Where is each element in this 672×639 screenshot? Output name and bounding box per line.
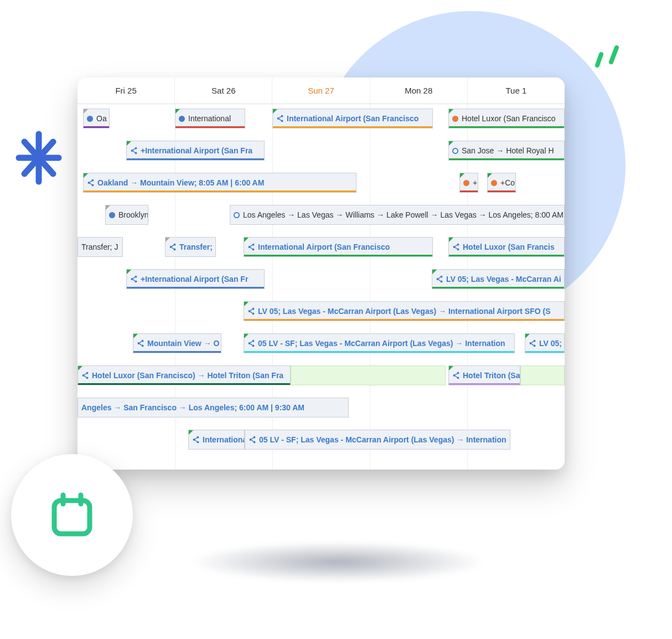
event-oakland-mountain-view[interactable]: Oakland → Mountain View; 8:05 AM | 6:00 … bbox=[83, 173, 356, 193]
event-la-las-vegas[interactable]: Los Angeles → Las Vegas → Williams → Lak… bbox=[230, 205, 565, 225]
corner-icon bbox=[448, 237, 454, 243]
event-hotel-luxor-2[interactable]: Hotel Luxor (San Francis bbox=[448, 237, 565, 257]
event-label: Hotel Luxor (San Francisco) → Hotel Trit… bbox=[92, 371, 283, 380]
header-tue[interactable]: Tue 1 bbox=[468, 78, 565, 104]
event-international[interactable]: International bbox=[175, 109, 245, 128]
svg-point-81 bbox=[254, 441, 256, 443]
event-angeles-sf-la[interactable]: Angeles → San Francisco → Los Angeles; 6… bbox=[77, 398, 349, 418]
share-icon bbox=[247, 307, 255, 315]
event-transfer-j[interactable]: Transfer; J bbox=[77, 237, 123, 257]
shadow-decoration bbox=[127, 526, 548, 598]
event-hotel-luxor-triton[interactable]: Hotel Luxor (San Francisco) → Hotel Trit… bbox=[77, 365, 291, 385]
event-label: +International Airport (San Fr bbox=[141, 275, 248, 284]
event-intl-airport-sf[interactable]: International Airport (San Francisco bbox=[272, 109, 433, 128]
svg-line-27 bbox=[250, 245, 252, 247]
event-label: Hotel Luxor (San Francisco bbox=[462, 114, 556, 123]
event-label: International Airport (San Francisco bbox=[258, 243, 390, 251]
star-decoration bbox=[11, 127, 66, 190]
corner-icon bbox=[175, 109, 180, 114]
svg-point-30 bbox=[453, 246, 456, 248]
event-label: LV 05; Las Vegas - McCarran Ai bbox=[446, 275, 561, 284]
event-label: Brooklyn bbox=[118, 210, 148, 219]
corner-icon bbox=[448, 365, 454, 371]
calendar-icon bbox=[44, 487, 100, 543]
svg-point-56 bbox=[252, 344, 255, 347]
event-san-jose[interactable]: San Jose → Hotel Royal H bbox=[448, 141, 565, 161]
svg-line-17 bbox=[90, 181, 92, 183]
svg-point-41 bbox=[441, 280, 443, 282]
event-transfer[interactable]: Transfer; bbox=[165, 237, 216, 257]
event-green-block-2[interactable] bbox=[520, 365, 565, 385]
corner-icon bbox=[448, 141, 454, 146]
svg-rect-84 bbox=[54, 501, 90, 534]
svg-point-5 bbox=[277, 117, 280, 120]
event-label: LV 05; bbox=[539, 339, 562, 348]
svg-point-49 bbox=[142, 340, 144, 342]
event-mountain-view[interactable]: Mountain View → O bbox=[133, 333, 221, 353]
event-hotel-luxor[interactable]: Hotel Luxor (San Francisco bbox=[448, 109, 565, 128]
header-sun[interactable]: Sun 27 bbox=[272, 78, 370, 104]
svg-point-9 bbox=[135, 147, 137, 150]
event-lv05-1[interactable]: LV 05; Las Vegas - McCarran Ai bbox=[432, 269, 565, 289]
dot-icon bbox=[87, 116, 93, 122]
event-label: Los Angeles → Las Vegas → Williams → Lak… bbox=[243, 210, 565, 219]
event-intl-airport-plus-2[interactable]: +International Airport (San Fr bbox=[126, 269, 265, 289]
svg-point-74 bbox=[197, 436, 199, 439]
header-label: Sun 27 bbox=[308, 86, 334, 95]
svg-point-19 bbox=[174, 244, 176, 246]
corner-icon bbox=[126, 269, 132, 275]
svg-point-29 bbox=[457, 244, 459, 246]
svg-point-61 bbox=[534, 344, 536, 347]
share-icon bbox=[247, 339, 255, 347]
share-icon bbox=[247, 243, 255, 251]
event-lv05-2[interactable]: LV 05; Las Vegas - McCarran Airport (Las… bbox=[244, 301, 565, 321]
corner-icon bbox=[77, 365, 83, 371]
svg-line-77 bbox=[195, 438, 197, 440]
svg-line-23 bbox=[172, 248, 174, 249]
svg-point-55 bbox=[249, 342, 251, 344]
svg-line-32 bbox=[455, 245, 457, 247]
svg-point-76 bbox=[197, 441, 199, 443]
corner-icon bbox=[165, 237, 170, 243]
event-05lv-sf-2[interactable]: 05 LV - SF; Las Vegas - McCarran Airport… bbox=[245, 430, 510, 450]
event-label: Angeles → San Francisco → Los Angeles; 6… bbox=[81, 403, 304, 412]
corner-icon bbox=[525, 333, 530, 339]
dot-icon bbox=[109, 212, 115, 218]
event-oakland-short[interactable]: Oa bbox=[83, 109, 110, 128]
event-international-2[interactable]: International bbox=[188, 430, 245, 450]
event-brooklyn[interactable]: Brooklyn bbox=[105, 205, 148, 225]
event-intl-airport-sf-2[interactable]: International Airport (San Francisco bbox=[244, 237, 433, 257]
spark-decoration bbox=[589, 39, 628, 78]
share-icon bbox=[192, 436, 200, 444]
share-icon bbox=[130, 147, 138, 154]
svg-line-63 bbox=[531, 344, 534, 346]
event-hotel-triton[interactable]: Hotel Triton (Sa bbox=[448, 365, 520, 385]
event-green-block[interactable] bbox=[291, 365, 446, 385]
event-05lv-sf[interactable]: 05 LV - SF; Las Vegas - McCarran Airport… bbox=[244, 333, 515, 353]
event-label: 05 LV - SF; Las Vegas - McCarran Airport… bbox=[258, 339, 505, 348]
event-plus-1[interactable]: + bbox=[459, 173, 478, 193]
svg-point-6 bbox=[281, 120, 283, 122]
svg-point-64 bbox=[86, 372, 89, 374]
svg-point-31 bbox=[457, 248, 459, 250]
dot-icon bbox=[491, 180, 497, 186]
header-fri[interactable]: Fri 25 bbox=[77, 78, 175, 104]
corner-icon bbox=[448, 109, 454, 114]
event-label: International bbox=[203, 435, 245, 444]
header-sat[interactable]: Sat 26 bbox=[175, 78, 272, 104]
header-label: Fri 25 bbox=[115, 86, 136, 95]
svg-point-34 bbox=[135, 276, 137, 278]
event-label: LV 05; Las Vegas - McCarran Airport (Las… bbox=[258, 307, 551, 316]
event-intl-airport-plus[interactable]: +International Airport (San Fra bbox=[126, 141, 265, 161]
event-plus-co[interactable]: +Co bbox=[487, 173, 516, 193]
svg-point-54 bbox=[252, 340, 255, 342]
header-mon[interactable]: Mon 28 bbox=[370, 78, 468, 104]
svg-point-40 bbox=[437, 278, 439, 280]
svg-point-4 bbox=[281, 115, 283, 117]
event-lv05-short[interactable]: LV 05; bbox=[525, 333, 565, 353]
svg-point-70 bbox=[453, 374, 456, 377]
event-label: International Airport (San Francisco bbox=[287, 114, 418, 123]
corner-icon bbox=[83, 173, 89, 178]
event-label: Transfer; bbox=[179, 243, 213, 251]
svg-point-59 bbox=[534, 340, 536, 342]
